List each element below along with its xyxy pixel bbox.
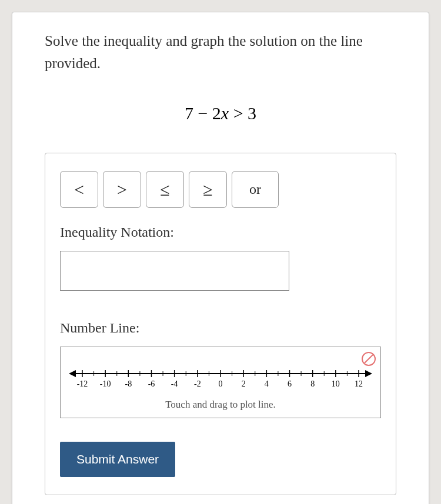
symbol-row: < > ≤ ≥ or <box>60 171 381 208</box>
inequality-notation-label: Inequality Notation: <box>60 224 381 240</box>
tick-label: 0 <box>219 379 223 388</box>
number-line-svg[interactable]: -12-10-8-6-4-2024681012 <box>68 359 373 394</box>
number-line-box[interactable]: -12-10-8-6-4-2024681012 Touch and drag t… <box>60 347 381 418</box>
tick-label: 8 <box>310 379 315 388</box>
tick-label: 4 <box>265 379 269 388</box>
arrow-left-icon <box>69 370 76 377</box>
number-line-hint: Touch and drag to plot line. <box>68 399 373 411</box>
tick-label: -4 <box>171 379 178 388</box>
eq-term-a: 7 <box>185 103 193 123</box>
lt-button[interactable]: < <box>60 171 98 208</box>
problem-inner: Solve the inequality and graph the solut… <box>12 12 429 504</box>
tick-label: -12 <box>77 379 88 388</box>
answer-area: < > ≤ ≥ or Inequality Notation: Number L… <box>45 153 396 495</box>
number-line-label: Number Line: <box>60 320 381 336</box>
tick-label: 6 <box>288 379 292 388</box>
eq-var: x <box>221 103 229 123</box>
clear-icon[interactable] <box>362 352 376 366</box>
tick-label: -2 <box>194 379 201 388</box>
inequality-expression: 7 − 2x > 3 <box>45 103 396 123</box>
ticks-group: -12-10-8-6-4-2024681012 <box>77 370 363 388</box>
submit-answer-button[interactable]: Submit Answer <box>60 442 175 477</box>
le-button[interactable]: ≤ <box>146 171 184 208</box>
eq-minus: − <box>198 103 208 123</box>
tick-label: 12 <box>355 379 363 388</box>
inequality-notation-input[interactable] <box>60 251 289 291</box>
tick-label: 2 <box>242 379 246 388</box>
or-button[interactable]: or <box>232 171 279 208</box>
ge-button[interactable]: ≥ <box>189 171 227 208</box>
eq-rel: > <box>233 103 243 123</box>
problem-prompt: Solve the inequality and graph the solut… <box>45 30 396 74</box>
arrow-right-icon <box>365 370 372 377</box>
tick-label: -10 <box>100 379 111 388</box>
gt-button[interactable]: > <box>103 171 141 208</box>
eq-term-b: 2 <box>212 103 221 123</box>
tick-label: -6 <box>148 379 155 388</box>
problem-card: Solve the inequality and graph the solut… <box>12 12 429 504</box>
tick-label: -8 <box>125 379 132 388</box>
tick-label: 10 <box>332 379 340 388</box>
eq-term-c: 3 <box>248 103 256 123</box>
